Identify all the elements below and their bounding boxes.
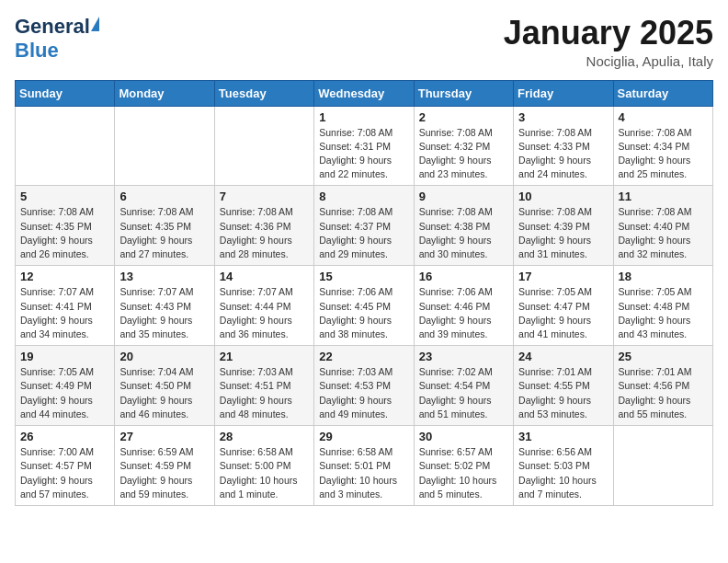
location-text: Nociglia, Apulia, Italy	[504, 53, 713, 69]
calendar-cell	[16, 106, 115, 186]
calendar-cell: 18Sunrise: 7:05 AM Sunset: 4:48 PM Dayli…	[613, 266, 712, 346]
day-number: 16	[419, 270, 508, 283]
day-info: Sunrise: 7:05 AM Sunset: 4:49 PM Dayligh…	[20, 365, 109, 421]
day-number: 30	[419, 430, 508, 443]
calendar-week-row: 1Sunrise: 7:08 AM Sunset: 4:31 PM Daylig…	[16, 106, 713, 186]
calendar-header-friday: Friday	[514, 80, 613, 106]
day-number: 9	[419, 190, 508, 203]
day-number: 17	[518, 270, 608, 283]
calendar-cell: 26Sunrise: 7:00 AM Sunset: 4:57 PM Dayli…	[16, 426, 115, 506]
day-number: 5	[20, 190, 109, 203]
logo-general-text: General	[15, 15, 90, 39]
logo-triangle-icon	[91, 17, 99, 31]
calendar-cell: 23Sunrise: 7:02 AM Sunset: 4:54 PM Dayli…	[414, 346, 513, 426]
day-number: 31	[518, 430, 608, 443]
day-info: Sunrise: 6:58 AM Sunset: 5:00 PM Dayligh…	[220, 445, 309, 501]
day-info: Sunrise: 7:01 AM Sunset: 4:55 PM Dayligh…	[518, 365, 608, 421]
day-number: 8	[319, 190, 408, 203]
calendar-cell: 28Sunrise: 6:58 AM Sunset: 5:00 PM Dayli…	[214, 426, 313, 506]
calendar-cell: 4Sunrise: 7:08 AM Sunset: 4:34 PM Daylig…	[613, 106, 712, 186]
calendar-week-row: 26Sunrise: 7:00 AM Sunset: 4:57 PM Dayli…	[16, 426, 713, 506]
day-info: Sunrise: 7:05 AM Sunset: 4:47 PM Dayligh…	[518, 285, 608, 341]
day-number: 4	[619, 110, 708, 124]
calendar-cell: 16Sunrise: 7:06 AM Sunset: 4:46 PM Dayli…	[414, 266, 513, 346]
calendar-cell: 27Sunrise: 6:59 AM Sunset: 4:59 PM Dayli…	[115, 426, 214, 506]
day-number: 25	[619, 350, 708, 363]
calendar-header-sunday: Sunday	[16, 80, 115, 106]
day-number: 2	[419, 110, 508, 124]
day-info: Sunrise: 7:03 AM Sunset: 4:51 PM Dayligh…	[220, 365, 309, 421]
day-info: Sunrise: 7:08 AM Sunset: 4:35 PM Dayligh…	[20, 205, 109, 261]
calendar-cell: 13Sunrise: 7:07 AM Sunset: 4:43 PM Dayli…	[115, 266, 214, 346]
logo: General Blue	[15, 15, 99, 63]
day-number: 15	[319, 270, 408, 283]
day-number: 24	[518, 350, 608, 363]
day-number: 14	[220, 270, 309, 283]
day-info: Sunrise: 7:03 AM Sunset: 4:53 PM Dayligh…	[319, 365, 408, 421]
day-number: 18	[619, 270, 708, 283]
day-info: Sunrise: 7:08 AM Sunset: 4:34 PM Dayligh…	[619, 126, 708, 182]
day-info: Sunrise: 7:08 AM Sunset: 4:36 PM Dayligh…	[220, 205, 309, 261]
day-info: Sunrise: 7:08 AM Sunset: 4:40 PM Dayligh…	[619, 205, 708, 261]
calendar-cell: 7Sunrise: 7:08 AM Sunset: 4:36 PM Daylig…	[214, 186, 313, 266]
calendar-cell	[214, 106, 313, 186]
day-number: 22	[319, 350, 408, 363]
calendar-cell: 5Sunrise: 7:08 AM Sunset: 4:35 PM Daylig…	[16, 186, 115, 266]
calendar-cell: 22Sunrise: 7:03 AM Sunset: 4:53 PM Dayli…	[314, 346, 414, 426]
day-number: 29	[319, 430, 408, 443]
calendar-week-row: 19Sunrise: 7:05 AM Sunset: 4:49 PM Dayli…	[16, 346, 713, 426]
logo-blue-text: Blue	[15, 39, 59, 62]
calendar-cell: 6Sunrise: 7:08 AM Sunset: 4:35 PM Daylig…	[115, 186, 214, 266]
day-number: 10	[518, 190, 608, 203]
day-number: 11	[619, 190, 708, 203]
day-info: Sunrise: 6:59 AM Sunset: 4:59 PM Dayligh…	[119, 445, 209, 501]
day-number: 21	[220, 350, 309, 363]
calendar-week-row: 5Sunrise: 7:08 AM Sunset: 4:35 PM Daylig…	[16, 186, 713, 266]
day-number: 7	[220, 190, 309, 203]
calendar-header-saturday: Saturday	[613, 80, 712, 106]
day-info: Sunrise: 6:56 AM Sunset: 5:03 PM Dayligh…	[518, 445, 608, 501]
day-info: Sunrise: 6:58 AM Sunset: 5:01 PM Dayligh…	[319, 445, 408, 501]
calendar-cell: 10Sunrise: 7:08 AM Sunset: 4:39 PM Dayli…	[514, 186, 613, 266]
calendar-header-wednesday: Wednesday	[314, 80, 414, 106]
calendar-header-tuesday: Tuesday	[214, 80, 313, 106]
calendar-cell	[613, 426, 712, 506]
day-info: Sunrise: 7:07 AM Sunset: 4:44 PM Dayligh…	[220, 285, 309, 341]
page-header: General Blue January 2025 Nociglia, Apul…	[15, 15, 713, 69]
day-info: Sunrise: 7:07 AM Sunset: 4:43 PM Dayligh…	[119, 285, 209, 341]
calendar-cell: 12Sunrise: 7:07 AM Sunset: 4:41 PM Dayli…	[16, 266, 115, 346]
calendar-header-thursday: Thursday	[414, 80, 513, 106]
day-number: 27	[119, 430, 209, 443]
day-number: 28	[220, 430, 309, 443]
calendar-cell: 11Sunrise: 7:08 AM Sunset: 4:40 PM Dayli…	[613, 186, 712, 266]
title-block: January 2025 Nociglia, Apulia, Italy	[504, 15, 713, 69]
day-number: 26	[20, 430, 109, 443]
day-info: Sunrise: 6:57 AM Sunset: 5:02 PM Dayligh…	[419, 445, 508, 501]
calendar-cell: 25Sunrise: 7:01 AM Sunset: 4:56 PM Dayli…	[613, 346, 712, 426]
day-info: Sunrise: 7:08 AM Sunset: 4:35 PM Dayligh…	[119, 205, 209, 261]
day-info: Sunrise: 7:00 AM Sunset: 4:57 PM Dayligh…	[20, 445, 109, 501]
day-info: Sunrise: 7:08 AM Sunset: 4:33 PM Dayligh…	[518, 126, 608, 182]
day-info: Sunrise: 7:08 AM Sunset: 4:31 PM Dayligh…	[319, 126, 408, 182]
calendar-cell: 9Sunrise: 7:08 AM Sunset: 4:38 PM Daylig…	[414, 186, 513, 266]
calendar-cell	[115, 106, 214, 186]
day-info: Sunrise: 7:08 AM Sunset: 4:39 PM Dayligh…	[518, 205, 608, 261]
day-info: Sunrise: 7:08 AM Sunset: 4:38 PM Dayligh…	[419, 205, 508, 261]
day-info: Sunrise: 7:06 AM Sunset: 4:45 PM Dayligh…	[319, 285, 408, 341]
calendar-header-row: SundayMondayTuesdayWednesdayThursdayFrid…	[16, 80, 713, 106]
day-info: Sunrise: 7:07 AM Sunset: 4:41 PM Dayligh…	[20, 285, 109, 341]
calendar-cell: 19Sunrise: 7:05 AM Sunset: 4:49 PM Dayli…	[16, 346, 115, 426]
calendar-cell: 8Sunrise: 7:08 AM Sunset: 4:37 PM Daylig…	[314, 186, 414, 266]
calendar-header-monday: Monday	[115, 80, 214, 106]
calendar-cell: 1Sunrise: 7:08 AM Sunset: 4:31 PM Daylig…	[314, 106, 414, 186]
day-info: Sunrise: 7:01 AM Sunset: 4:56 PM Dayligh…	[619, 365, 708, 421]
calendar-table: SundayMondayTuesdayWednesdayThursdayFrid…	[15, 80, 713, 506]
day-number: 6	[119, 190, 209, 203]
day-number: 19	[20, 350, 109, 363]
calendar-cell: 20Sunrise: 7:04 AM Sunset: 4:50 PM Dayli…	[115, 346, 214, 426]
month-title: January 2025	[504, 15, 713, 52]
day-info: Sunrise: 7:06 AM Sunset: 4:46 PM Dayligh…	[419, 285, 508, 341]
day-number: 3	[518, 110, 608, 124]
day-number: 12	[20, 270, 109, 283]
calendar-cell: 2Sunrise: 7:08 AM Sunset: 4:32 PM Daylig…	[414, 106, 513, 186]
